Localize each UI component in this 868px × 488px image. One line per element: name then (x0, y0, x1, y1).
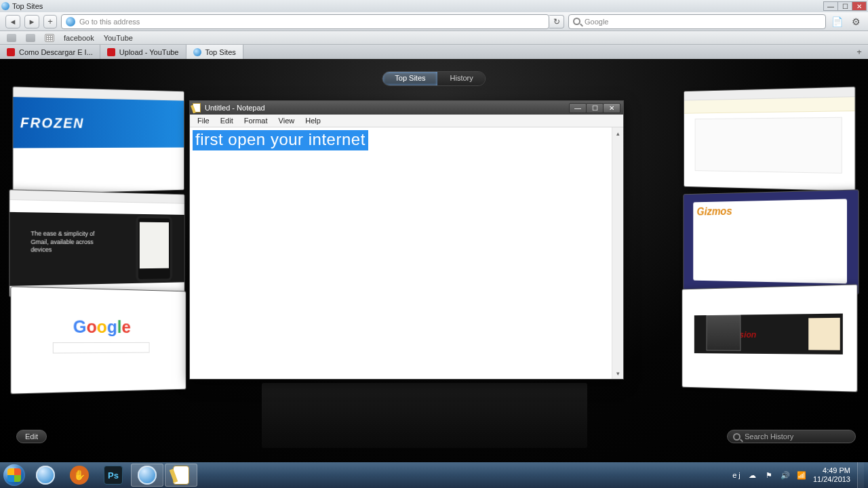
tray-wifi-icon[interactable]: 📶 (797, 470, 806, 480)
segmented-control: Top Sites History (382, 71, 486, 86)
thumb-gmail[interactable]: The ease & simplicity of Gmail, availabl… (9, 189, 184, 297)
tab-label: Como Descargar E I... (19, 48, 93, 56)
system-tray: e j ☁ ⚑ 🔊 📶 4:49 PM 11/24/2013 (732, 462, 868, 488)
window-title: Top Sites (12, 2, 43, 10)
thumb-google[interactable]: Google (10, 286, 186, 394)
taskbar-safari-running[interactable] (131, 464, 163, 487)
tab-upload-youtube[interactable]: Upload - YouTube (100, 45, 186, 59)
google-logo: Google (73, 316, 131, 338)
tray-ej-icon[interactable]: e j (732, 470, 741, 480)
seg-top-sites[interactable]: Top Sites (382, 72, 437, 85)
notepad-window[interactable]: Untitled - Notepad — ☐ ✕ File Edit Forma… (189, 100, 624, 380)
thumb-gizmos[interactable]: Gizmos (683, 189, 859, 294)
notepad-text-selected: first open your internet (193, 130, 368, 150)
thumb-hidden-row[interactable] (262, 383, 587, 448)
taskbar-app-paw[interactable] (63, 464, 96, 487)
notepad-icon (173, 466, 189, 485)
reading-list-icon[interactable] (7, 34, 16, 42)
new-tab-button[interactable]: + (854, 47, 864, 56)
window-titlebar[interactable]: Top Sites — ☐ ✕ (0, 0, 868, 12)
back-button[interactable]: ◄ (5, 15, 20, 28)
maximize-button[interactable]: ☐ (837, 1, 852, 11)
bookmarks-bar: facebook YouTube (0, 31, 868, 45)
close-button[interactable]: ✕ (852, 1, 867, 11)
notepad-title: Untitled - Notepad (205, 104, 265, 112)
tab-como-descargar[interactable]: Como Descargar E I... (0, 45, 100, 59)
window-controls: — ☐ ✕ (824, 1, 867, 11)
start-button[interactable] (0, 462, 28, 488)
forward-button[interactable]: ► (24, 15, 39, 28)
photoshop-icon: Ps (104, 466, 123, 485)
tray-date: 11/24/2013 (813, 475, 850, 484)
tray-volume-icon[interactable]: 🔊 (781, 470, 790, 480)
compass-icon (66, 17, 75, 26)
notepad-close-button[interactable]: ✕ (603, 103, 620, 113)
menu-help[interactable]: Help (300, 116, 326, 125)
frozen-logo: FROZEN (20, 115, 84, 131)
seg-history[interactable]: History (438, 72, 486, 85)
notepad-minimize-button[interactable]: — (569, 103, 587, 113)
bookmarks-icon[interactable] (26, 34, 35, 42)
search-history-placeholder: Search History (745, 432, 793, 441)
tray-clock[interactable]: 4:49 PM 11/24/2013 (813, 466, 850, 484)
youtube-icon (107, 48, 115, 56)
notepad-textarea[interactable]: first open your internet ▴ ▾ (190, 127, 623, 379)
paw-icon (70, 466, 89, 485)
youtube-icon (7, 48, 15, 56)
safari-icon (36, 466, 55, 485)
menu-view[interactable]: View (274, 116, 300, 125)
notepad-menubar: File Edit Format View Help (190, 115, 623, 127)
tab-top-sites[interactable]: Top Sites (186, 45, 243, 59)
edit-button[interactable]: Edit (16, 430, 47, 443)
add-bookmark-button[interactable]: + (43, 15, 57, 28)
notepad-scrollbar[interactable]: ▴ ▾ (612, 127, 623, 379)
reload-button[interactable]: ↻ (549, 15, 564, 28)
notepad-icon (193, 103, 201, 113)
search-history-field[interactable]: Search History (727, 430, 856, 443)
safari-icon (138, 466, 157, 485)
menu-file[interactable]: File (193, 116, 214, 125)
safari-icon (193, 48, 201, 56)
notepad-titlebar[interactable]: Untitled - Notepad — ☐ ✕ (190, 101, 623, 115)
gmail-tagline: The ease & simplicity of Gmail, availabl… (31, 230, 111, 254)
gear-icon[interactable]: ⚙ (849, 15, 863, 28)
show-desktop-button[interactable] (857, 462, 864, 488)
tab-label: Upload - YouTube (119, 48, 179, 56)
taskbar: Ps e j ☁ ⚑ 🔊 📶 4:49 PM 11/24/2013 (0, 462, 868, 488)
windows-orb-icon (3, 464, 25, 486)
taskbar-notepad-running[interactable] (165, 464, 197, 487)
toolbar: ◄ ► + Go to this address ↻ Google 📄 ⚙ (0, 12, 868, 31)
notepad-maximize-button[interactable]: ☐ (586, 103, 604, 113)
scroll-down-icon[interactable]: ▾ (612, 367, 623, 379)
gizmos-logo: Gizmos (697, 203, 843, 218)
taskbar-safari[interactable] (29, 464, 62, 487)
topsites-icon[interactable] (45, 34, 54, 42)
thumb-translate[interactable] (684, 86, 856, 191)
menu-format[interactable]: Format (239, 116, 273, 125)
menu-edit[interactable]: Edit (216, 116, 238, 125)
thumb-youtube[interactable]: FROZEN (12, 86, 184, 195)
tray-time: 4:49 PM (813, 466, 850, 475)
search-icon (573, 18, 580, 25)
scroll-up-icon[interactable]: ▴ (612, 127, 623, 139)
search-icon (733, 433, 741, 441)
minimize-button[interactable]: — (823, 1, 838, 11)
search-placeholder: Google (585, 18, 608, 26)
taskbar-photoshop[interactable]: Ps (97, 464, 130, 487)
tray-cloud-icon[interactable]: ☁ (748, 470, 757, 480)
page-menu-icon[interactable]: 📄 (830, 15, 844, 28)
bookmark-youtube[interactable]: YouTube (104, 34, 133, 42)
search-field[interactable]: Google (568, 14, 826, 29)
tab-label: Top Sites (205, 48, 236, 56)
bookmark-facebook[interactable]: facebook (64, 34, 94, 42)
thumb-division[interactable]: Division (682, 284, 857, 392)
tray-flag-icon[interactable]: ⚑ (764, 470, 774, 480)
tab-bar: Como Descargar E I... Upload - YouTube T… (0, 45, 868, 59)
address-placeholder: Go to this address (79, 18, 140, 26)
safari-icon (1, 2, 9, 10)
address-bar[interactable]: Go to this address (61, 14, 549, 29)
